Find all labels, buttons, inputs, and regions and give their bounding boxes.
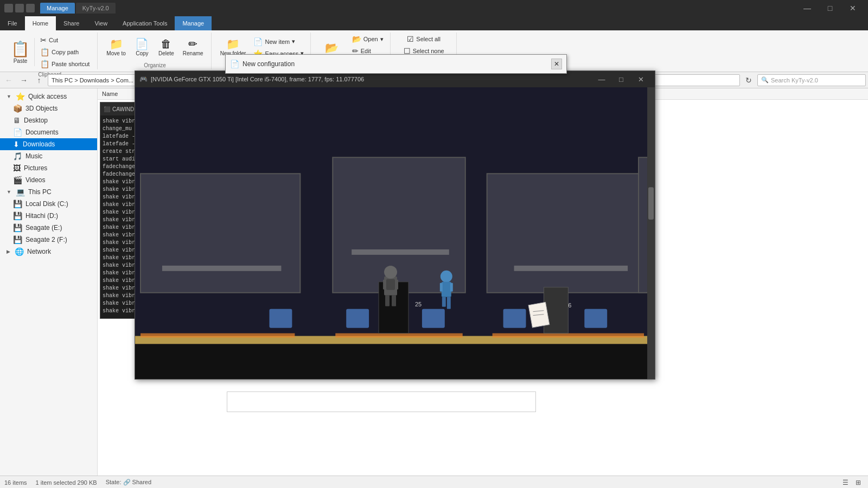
svg-point-30	[384, 266, 397, 279]
copy-path-icon: 📋	[40, 48, 49, 56]
svg-rect-15	[544, 287, 568, 333]
close-button[interactable]: ✕	[842, 1, 864, 16]
pictures-label: Pictures	[24, 164, 47, 172]
refresh-button[interactable]: ↻	[742, 74, 755, 87]
back-button[interactable]: ←	[2, 74, 15, 87]
window-controls: — □ ✕	[796, 1, 864, 16]
sidebar-item-seagate-e[interactable]: 💾 Seagate (E:)	[0, 222, 97, 234]
list-view-button[interactable]: ☰	[840, 477, 851, 488]
svg-rect-35	[392, 296, 396, 306]
move-to-button[interactable]: 📁 Move to	[103, 37, 129, 58]
sidebar-item-documents[interactable]: 📄 Documents	[0, 126, 97, 138]
svg-rect-38	[440, 283, 443, 292]
ribbon-tab-home[interactable]: Home	[25, 16, 56, 30]
this-pc-label: This PC	[28, 188, 52, 196]
downloads-label: Downloads	[23, 140, 55, 148]
delete-button[interactable]: 🗑 Delete	[155, 37, 177, 58]
game-input-field[interactable]	[232, 398, 531, 406]
svg-rect-3	[487, 174, 647, 293]
documents-label: Documents	[25, 129, 59, 136]
sidebar-item-this-pc[interactable]: ▼ 💻 This PC	[0, 186, 97, 198]
tab-manage[interactable]: Manage	[40, 3, 75, 14]
cut-button[interactable]: ✂ Cut	[38, 35, 92, 46]
search-icon: 🔍	[761, 76, 769, 84]
ribbon-group-organize: 📁 Move to 📄 Copy 🗑 Delete ✏ Rename Organ…	[99, 33, 211, 69]
item-count: 16 items	[4, 479, 27, 486]
videos-icon: 🎬	[13, 176, 22, 184]
svg-rect-39	[450, 283, 453, 292]
minimize-button[interactable]: —	[796, 1, 818, 16]
config-dialog: 📄 New configuration ✕	[225, 54, 567, 74]
svg-rect-18	[346, 309, 369, 328]
sidebar-item-quick-access[interactable]: ▼ ⭐ Quick access	[0, 91, 97, 102]
this-pc-expand-icon: ▼	[7, 189, 11, 195]
svg-rect-50	[648, 187, 654, 220]
sidebar-item-network[interactable]: ▶ 🌐 Network	[0, 246, 97, 258]
pictures-icon: 🖼	[13, 164, 21, 172]
sidebar: ▼ ⭐ Quick access 📦 3D Objects 🖥 Desktop …	[0, 88, 98, 476]
search-bar[interactable]: 🔍 Search KyTy-v2.0	[757, 74, 866, 86]
sidebar-item-desktop[interactable]: 🖥 Desktop	[0, 114, 97, 126]
properties-icon: 📂	[325, 42, 339, 53]
copy-button[interactable]: 📄 Copy	[131, 37, 153, 58]
paste-shortcut-button[interactable]: 📋 Paste shortcut	[38, 59, 92, 69]
sidebar-item-downloads[interactable]: ⬇ Downloads	[0, 138, 97, 150]
title-bar-tabs: Manage KyTy-v2.0	[40, 3, 116, 14]
new-item-icon: 📄	[253, 37, 263, 46]
ribbon-tab-file[interactable]: File	[0, 16, 25, 30]
game-minimize-button[interactable]: —	[592, 72, 611, 87]
selection-info: 1 item selected 290 KB	[36, 479, 97, 486]
ribbon-tab-apptools[interactable]: Application Tools	[115, 16, 175, 30]
ribbon-tab-share[interactable]: Share	[56, 16, 87, 30]
tab-kyty[interactable]: KyTy-v2.0	[76, 3, 116, 14]
up-button[interactable]: ↑	[33, 74, 46, 87]
svg-rect-33	[395, 280, 398, 290]
svg-rect-13	[135, 344, 655, 379]
config-dialog-close-button[interactable]: ✕	[551, 59, 562, 69]
svg-rect-6	[352, 249, 449, 255]
cut-icon: ✂	[40, 36, 47, 44]
copy-path-button[interactable]: 📋 Copy path	[38, 47, 92, 57]
organize-buttons: 📁 Move to 📄 Copy 🗑 Delete ✏ Rename	[103, 34, 206, 61]
network-icon: 🌐	[15, 247, 24, 256]
videos-label: Videos	[25, 176, 45, 184]
edit-label: Edit	[361, 48, 371, 54]
ribbon-tab-manage[interactable]: Manage	[175, 16, 212, 30]
rename-button[interactable]: ✏ Rename	[180, 37, 207, 58]
move-to-label: Move to	[106, 50, 126, 56]
sidebar-item-seagate-f[interactable]: 💾 Seagate 2 (F:)	[0, 234, 97, 246]
search-placeholder: Search KyTy-v2.0	[771, 77, 818, 84]
select-all-button[interactable]: ☑ Select all	[405, 34, 443, 44]
new-item-button[interactable]: 📄 New item ▾	[251, 36, 306, 47]
game-maximize-button[interactable]: □	[611, 72, 631, 87]
hitachi-label: Hitachi (D:)	[25, 212, 58, 220]
sidebar-item-local-disk[interactable]: 💾 Local Disk (C:)	[0, 198, 97, 210]
new-item-arrow: ▾	[292, 38, 295, 45]
grid-view-button[interactable]: ⊞	[853, 477, 864, 488]
3d-objects-label: 3D Objects	[25, 105, 58, 112]
svg-rect-31	[386, 279, 395, 290]
svg-rect-17	[269, 309, 292, 328]
app-icon-2	[15, 4, 24, 12]
paste-button[interactable]: 📋 Paste	[7, 38, 35, 66]
sidebar-item-3d-objects[interactable]: 📦 3D Objects	[0, 102, 97, 114]
game-close-button[interactable]: ✕	[631, 72, 650, 87]
maximize-button[interactable]: □	[819, 1, 841, 16]
hitachi-icon: 💾	[13, 211, 22, 220]
forward-button[interactable]: →	[17, 74, 30, 87]
copy-label: Copy	[136, 50, 148, 56]
sidebar-item-videos[interactable]: 🎬 Videos	[0, 174, 97, 186]
app-icon-3	[26, 4, 35, 12]
game-input-bar[interactable]	[227, 391, 536, 412]
sidebar-item-music[interactable]: 🎵 Music	[0, 150, 97, 162]
copy-path-label: Copy path	[52, 49, 79, 55]
sidebar-item-hitachi[interactable]: 💾 Hitachi (D:)	[0, 210, 97, 222]
ribbon-tabs: File Home Share View Application Tools M…	[0, 16, 868, 30]
ribbon-tab-view[interactable]: View	[87, 16, 115, 30]
sidebar-item-pictures[interactable]: 🖼 Pictures	[0, 162, 97, 174]
music-icon: 🎵	[13, 152, 22, 160]
app-icon-1	[4, 4, 13, 12]
cut-label: Cut	[49, 37, 58, 43]
open-button[interactable]: 📂 Open ▾	[350, 34, 386, 44]
game-window: 🎮 [NVIDIA GeForce GTX 1050 Ti] [Intel Co…	[135, 70, 655, 380]
